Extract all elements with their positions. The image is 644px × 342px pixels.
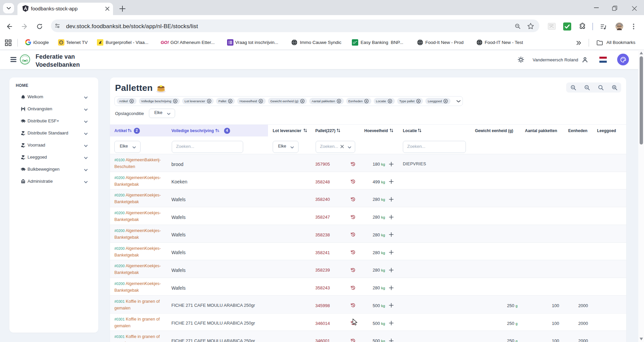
svg-text:GO!: GO!: [161, 40, 169, 45]
